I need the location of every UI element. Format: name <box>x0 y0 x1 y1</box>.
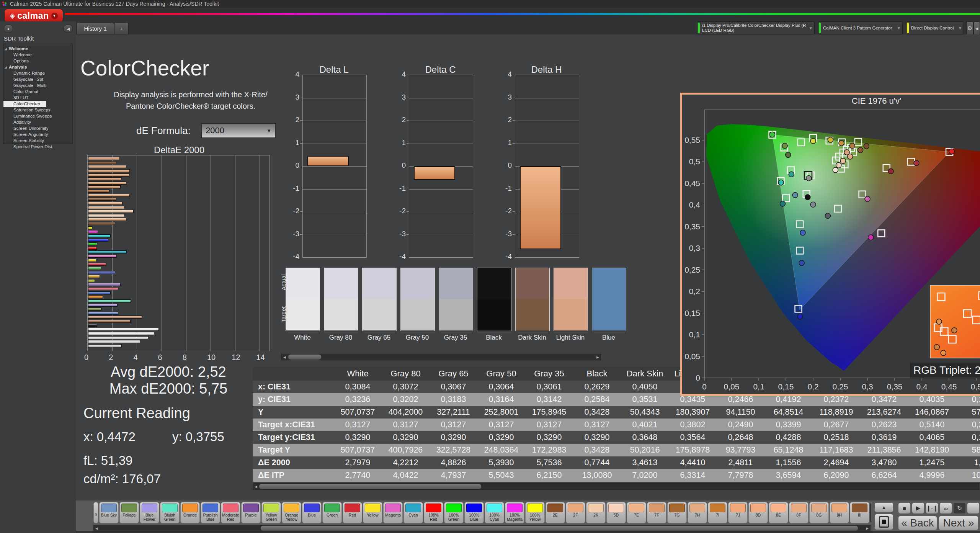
transport-play-button[interactable]: ▶ <box>912 502 924 514</box>
sidebar-item-grayscale-2pt[interactable]: Grayscale - 2pt <box>3 76 72 82</box>
display-control-dropdown[interactable]: Direct Display Control ▼ <box>906 21 964 34</box>
pattern-button-100-cyan[interactable]: 100% Cyan <box>485 502 504 523</box>
cie-diagram-panel[interactable]: CIE 1976 u'v'00,050,10,150,20,250,30,350… <box>680 93 980 396</box>
pattern-generator-dropdown[interactable]: CalMAN Client 3 Pattern Generator ▼ <box>818 21 903 34</box>
transport-refresh-button[interactable]: ↻ <box>953 502 966 514</box>
pattern-button-cyan[interactable]: Cyan <box>403 502 423 523</box>
add-tab-button[interactable]: + <box>114 22 129 34</box>
sidebar-item-welcome[interactable]: Welcome <box>3 52 72 58</box>
swatch-black[interactable] <box>477 268 511 331</box>
pattern-button-foliage[interactable]: Foliage <box>119 502 139 523</box>
pattern-button-blue-flower[interactable]: Blue Flower <box>140 502 159 523</box>
pattern-button-8f[interactable]: 8F <box>789 502 808 523</box>
tab-history-1[interactable]: History 1 <box>77 22 114 34</box>
pattern-button-green[interactable]: Green <box>322 502 342 523</box>
pattern-button-8h[interactable]: 8H <box>830 502 849 523</box>
swatch-dark-skin[interactable] <box>515 268 550 331</box>
swatch-gray-65[interactable] <box>362 268 397 331</box>
settings-button[interactable]: ⚙ <box>966 21 973 35</box>
next-button[interactable]: Next » <box>939 516 978 530</box>
sidebar-item-colorchecker[interactable]: ColorChecker <box>3 101 46 107</box>
table-cell: 3,6594 <box>764 469 812 482</box>
pattern-button-7h[interactable]: 7H <box>688 502 707 523</box>
calman-menu-button[interactable]: ◈ calman ▼ <box>5 9 63 22</box>
pattern-button-8j[interactable]: 8J <box>870 502 871 523</box>
scroll-left-icon[interactable]: ◀ <box>282 354 287 360</box>
sidebar-pin-button[interactable]: ● <box>4 25 13 33</box>
table-row: Target y:CIE310,32900,32900,32900,32900,… <box>253 431 980 444</box>
sidebar-item-grayscale-multi[interactable]: Grayscale - Multi <box>3 82 72 88</box>
collapse-panel-button[interactable]: ◀ <box>973 21 980 35</box>
sidebar-item-welcome[interactable]: ◢Welcome <box>3 46 72 52</box>
transport-step-button[interactable]: ❙·❙ <box>926 502 938 514</box>
swatch-white[interactable] <box>286 268 320 331</box>
pattern-button-purple[interactable]: Purple <box>241 502 261 523</box>
sidebar-item-screen-stability[interactable]: Screen Stability <box>3 137 72 144</box>
swatch-light-skin[interactable] <box>554 268 588 331</box>
transport-stop-button[interactable]: ■ <box>898 502 911 514</box>
pattern-button-100-yellow[interactable]: 100% Yellow <box>525 502 545 523</box>
pattern-button-yellow-green[interactable]: Yellow Green <box>261 502 281 523</box>
scroll-right-icon[interactable]: ▶ <box>595 354 601 360</box>
pattern-button-2f[interactable]: 2F <box>566 502 585 523</box>
meter-dropdown[interactable]: i1 Display Pro/Calibrite ColorChecker Di… <box>697 21 815 34</box>
sidebar-item-luminance-sweeps[interactable]: Luminance Sweeps <box>3 113 72 119</box>
pattern-button-100-red[interactable]: 100% Red <box>424 502 443 523</box>
pattern-button-moderate-red[interactable]: Moderate Red <box>221 502 240 523</box>
measurement-point <box>833 167 838 173</box>
pattern-button-7j[interactable]: 7J <box>728 502 748 523</box>
sidebar-item-spectral-power-dist-[interactable]: Spectral Power Dist. <box>3 144 72 150</box>
pattern-button-5d[interactable]: 5D <box>606 502 626 523</box>
pattern-button-2e[interactable]: 2E <box>546 502 565 523</box>
transport-loop-button[interactable]: ∞ <box>939 502 952 514</box>
sidebar-item-options[interactable]: Options <box>3 58 72 64</box>
sidebar-item-analysis[interactable]: ◢Analysis <box>3 64 72 70</box>
swatch-gray-50[interactable] <box>400 268 435 331</box>
back-button[interactable]: « Back <box>898 516 937 530</box>
pattern-button-7f[interactable]: 7F <box>647 502 666 523</box>
pattern-button-red[interactable]: Red <box>343 502 362 523</box>
pattern-button-100-green[interactable]: 100% Green <box>444 502 464 523</box>
de-formula-dropdown[interactable]: 2000 ▼ <box>201 123 276 138</box>
transport-blank-button[interactable] <box>967 502 980 514</box>
sidebar-item-color-gamut[interactable]: Color Gamut <box>3 88 72 95</box>
sidebar-item-additivity[interactable]: Additivity <box>3 119 72 125</box>
sidebar-item-screen-angularity[interactable]: Screen Angularity <box>3 131 72 137</box>
sidebar-item-dynamic-range[interactable]: Dynamic Range <box>3 70 72 76</box>
pattern-button-7g[interactable]: 7G <box>667 502 687 523</box>
pattern-button-yellow[interactable]: Yellow <box>363 502 382 523</box>
pattern-button-8d[interactable]: 8D <box>748 502 768 523</box>
page-title: ColorChecker <box>80 56 209 80</box>
pattern-button-bluish-green[interactable]: Bluish Green <box>160 502 180 523</box>
swatch-scrollbar[interactable]: ◀▶ <box>281 354 601 360</box>
swatch-blue[interactable] <box>592 268 626 331</box>
sidebar-collapse-button[interactable]: ◀ <box>64 25 73 33</box>
scroll-right-icon[interactable]: ▶ <box>864 525 870 531</box>
sidebar-item-3d-lut[interactable]: 3D LUT <box>3 95 72 101</box>
scroll-left-icon[interactable]: ◀ <box>253 484 259 489</box>
sidebar-item-screen-uniformity[interactable]: Screen Uniformity <box>3 125 72 131</box>
pattern-button-purplish-blue[interactable]: Purplish Blue <box>201 502 220 523</box>
pattern-button-blue[interactable]: Blue <box>302 502 322 523</box>
pattern-scrollbar[interactable]: ◀ ▶ <box>93 525 871 531</box>
pattern-window-button[interactable] <box>874 514 893 530</box>
pattern-button-2k[interactable]: 2K <box>586 502 606 523</box>
pattern-button-7i[interactable]: 7I <box>708 502 727 523</box>
pattern-button-8g[interactable]: 8G <box>809 502 829 523</box>
pattern-button-magenta[interactable]: Magenta <box>383 502 403 523</box>
pattern-button-blue-sky[interactable]: Blue Sky <box>99 502 119 523</box>
pattern-button-orange-yellow[interactable]: Orange Yellow <box>282 502 301 523</box>
sidebar-item-saturation-sweeps[interactable]: Saturation Sweeps <box>3 107 72 113</box>
pattern-button-100-magenta[interactable]: 100% Magenta <box>505 502 524 523</box>
swatch-gray-80[interactable] <box>324 268 358 331</box>
patterns-up-button[interactable]: ▲ <box>874 502 893 512</box>
pattern-button-100-blue[interactable]: 100% Blue <box>464 502 484 523</box>
pattern-button-partial[interactable]: n <box>93 502 98 523</box>
table-scrollbar[interactable]: ◀ <box>253 483 979 490</box>
pattern-button-8i[interactable]: 8I <box>850 502 869 523</box>
swatch-gray-35[interactable] <box>439 268 473 331</box>
scroll-left-icon[interactable]: ◀ <box>94 525 100 531</box>
pattern-button-8e[interactable]: 8E <box>769 502 788 523</box>
pattern-button-orange[interactable]: Orange <box>180 502 200 523</box>
pattern-button-7e[interactable]: 7E <box>627 502 646 523</box>
